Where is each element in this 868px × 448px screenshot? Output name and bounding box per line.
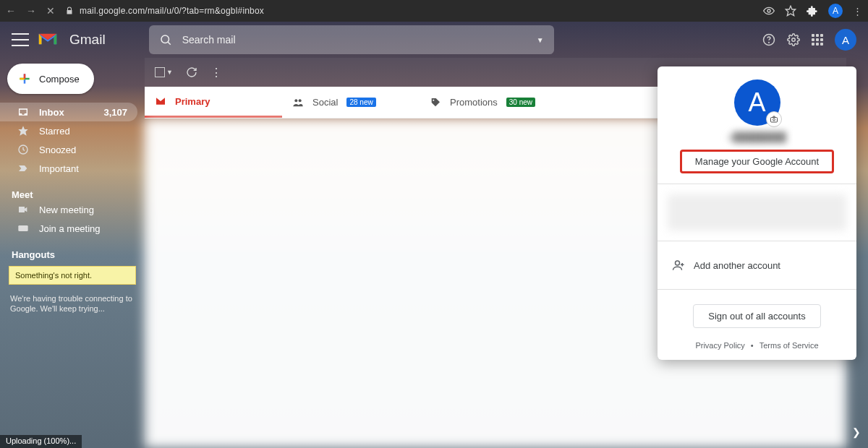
brand-name: Gmail [69, 32, 106, 48]
sidebar-item-starred[interactable]: Starred [0, 121, 145, 140]
account-popover: A a████████ Manage your Google Account A… [658, 66, 856, 360]
sign-out-button[interactable]: Sign out of all accounts [693, 304, 820, 328]
svg-point-11 [433, 99, 434, 100]
svg-rect-12 [770, 118, 777, 123]
lock-icon [65, 7, 74, 15]
compose-button[interactable]: Compose [7, 64, 94, 94]
add-account-button[interactable]: Add another account [658, 251, 856, 279]
extensions-icon[interactable] [807, 5, 818, 17]
svg-point-10 [299, 99, 302, 102]
svg-point-0 [767, 9, 770, 12]
refresh-icon[interactable] [186, 66, 197, 78]
svg-point-9 [294, 99, 297, 102]
svg-point-13 [773, 119, 775, 121]
main-menu-icon[interactable] [12, 33, 29, 46]
promotions-badge: 30 new [506, 98, 535, 107]
more-icon[interactable]: ⋮ [210, 66, 222, 79]
svg-rect-8 [18, 225, 27, 231]
svg-marker-1 [786, 6, 795, 15]
sidebar-item-important[interactable]: Important [0, 159, 145, 178]
divider [658, 184, 856, 184]
hangouts-section-title: Hangouts [0, 249, 145, 260]
important-icon [17, 163, 29, 174]
inbox-icon [17, 106, 29, 118]
hangouts-detail: We're having trouble connecting to Googl… [0, 290, 145, 317]
google-apps-icon[interactable] [812, 34, 823, 46]
svg-point-2 [161, 35, 169, 43]
join-meeting-button[interactable]: Join a meeting [0, 219, 145, 238]
social-badge: 28 new [346, 98, 375, 107]
clock-icon [17, 144, 29, 155]
camera-icon[interactable] [766, 111, 782, 127]
privacy-policy-link[interactable]: Privacy Policy [695, 341, 744, 350]
stop-icon[interactable]: ✕ [46, 5, 55, 17]
other-accounts-blurred[interactable] [668, 194, 847, 231]
browser-avatar[interactable]: A [828, 4, 843, 18]
terms-link[interactable]: Terms of Service [760, 341, 819, 350]
social-tab-icon [292, 97, 304, 108]
search-input[interactable]: Search mail ▼ [149, 25, 554, 54]
settings-icon[interactable] [787, 33, 800, 46]
sidebar-item-snoozed[interactable]: Snoozed [0, 140, 145, 159]
svg-point-14 [676, 261, 680, 265]
address-bar[interactable]: mail.google.com/mail/u/0/?tab=rm&ogbl#in… [65, 6, 763, 16]
svg-point-5 [792, 38, 796, 42]
promotions-tab-icon [430, 97, 441, 108]
account-email: a████████ [728, 132, 786, 142]
select-all-checkbox[interactable]: ▼ [155, 67, 173, 77]
back-icon[interactable]: ← [6, 5, 16, 17]
help-icon[interactable] [762, 33, 775, 46]
status-bar: Uploading (100%)... [0, 435, 82, 448]
gmail-header: Gmail Search mail ▼ A [0, 22, 868, 58]
primary-tab-icon [155, 95, 166, 107]
keyboard-icon [17, 223, 29, 234]
tab-social[interactable]: Social 28 new [282, 87, 420, 118]
svg-marker-6 [18, 126, 27, 135]
search-options-icon[interactable]: ▼ [537, 36, 544, 44]
eye-icon[interactable] [763, 5, 775, 17]
hangouts-warning: Something's not right. [9, 266, 136, 285]
browser-menu-icon[interactable]: ⋮ [853, 6, 862, 17]
search-placeholder: Search mail [182, 34, 236, 46]
forward-icon[interactable]: → [26, 5, 36, 17]
divider [658, 289, 856, 290]
star-icon[interactable] [785, 5, 796, 17]
meet-section-title: Meet [0, 189, 145, 200]
sidebar-item-inbox[interactable]: Inbox 3,107 [0, 103, 137, 121]
search-icon [159, 33, 172, 46]
browser-chrome-bar: ← → ✕ mail.google.com/mail/u/0/?tab=rm&o… [0, 0, 868, 22]
add-person-icon [672, 259, 685, 272]
inbox-count: 3,107 [103, 107, 127, 118]
account-avatar[interactable]: A [835, 29, 856, 51]
manage-account-button[interactable]: Manage your Google Account [680, 150, 834, 173]
compose-label: Compose [39, 74, 80, 85]
gmail-logo-icon [36, 31, 59, 48]
tab-primary[interactable]: Primary [145, 87, 282, 118]
side-panel-toggle-icon[interactable]: ❯ [852, 426, 861, 438]
new-meeting-button[interactable]: New meeting [0, 200, 145, 219]
divider [658, 241, 856, 241]
svg-point-4 [769, 42, 770, 43]
star-icon [17, 125, 29, 137]
tab-promotions[interactable]: Promotions 30 new [420, 87, 557, 118]
video-icon [17, 204, 29, 215]
url-text: mail.google.com/mail/u/0/?tab=rm&ogbl#in… [80, 6, 264, 16]
account-avatar-large: A [734, 79, 780, 126]
sidebar: Compose Inbox 3,107 Starred Snoozed Impo… [0, 58, 145, 448]
